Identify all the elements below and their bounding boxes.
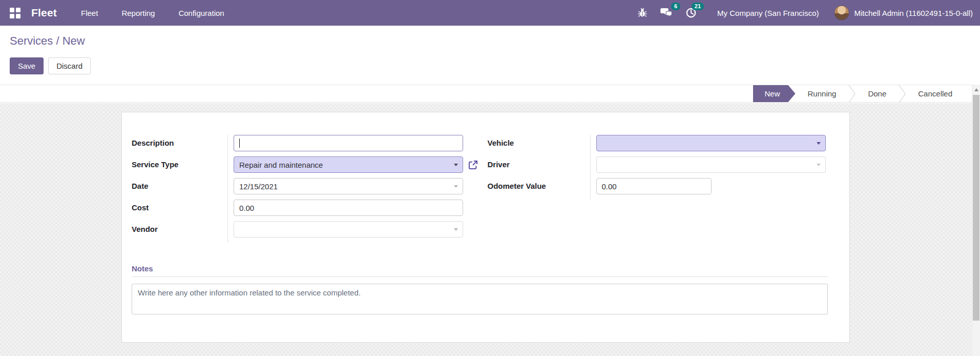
triangle-up-icon <box>974 88 978 91</box>
breadcrumb: Services / New <box>10 34 85 48</box>
vendor-select[interactable] <box>234 221 463 238</box>
chevron-down-icon <box>454 228 458 231</box>
service-type-label: Service Type <box>132 156 227 178</box>
main-menu: Fleet Reporting Configuration <box>69 0 236 26</box>
apps-grid-square <box>16 14 20 18</box>
top-navbar: Fleet Fleet Reporting Configuration <box>0 0 980 26</box>
activities-clock-icon[interactable]: 21 <box>685 7 697 18</box>
statusbar-state-new[interactable]: New <box>753 85 796 102</box>
company-switcher[interactable]: My Company (San Francisco) <box>717 9 819 17</box>
service-type-select[interactable]: Repair and maintenance <box>234 156 463 173</box>
statusbar-state-done[interactable]: Done <box>856 85 899 102</box>
vendor-label: Vendor <box>132 221 227 243</box>
notes-textarea[interactable] <box>132 284 828 314</box>
cost-input[interactable]: 0.00 <box>234 200 463 216</box>
debug-bug-icon[interactable] <box>637 8 648 18</box>
date-input[interactable]: 12/15/2021 <box>234 178 463 194</box>
apps-menu-icon[interactable] <box>10 8 20 18</box>
chevron-down-icon <box>817 164 821 166</box>
vertical-scrollbar[interactable] <box>972 85 980 356</box>
save-button[interactable]: Save <box>10 57 44 74</box>
systray: 6 21 My Company (San Francisco) Mitchell… <box>637 5 980 21</box>
right-field-group: Vehicle Driver Odometer Value <box>480 135 828 243</box>
statusbar: New Running Done Cancelled <box>0 85 972 103</box>
breadcrumb-services[interactable]: Services <box>10 34 53 47</box>
statusbar-chevron-icon <box>899 85 906 103</box>
breadcrumb-current: New <box>62 34 85 47</box>
statusbar-state-running[interactable]: Running <box>796 85 849 102</box>
driver-label: Driver <box>488 156 590 178</box>
form-view-background: Description Service Type Repair and main… <box>0 103 980 356</box>
control-panel: Services / New Save Discard <box>0 26 980 85</box>
odometer-input[interactable]: 0.00 <box>596 178 712 194</box>
menu-configuration[interactable]: Configuration <box>166 0 236 26</box>
menu-fleet[interactable]: Fleet <box>69 0 110 26</box>
scrollbar-up-button[interactable] <box>972 85 980 94</box>
service-type-value: Repair and maintenance <box>239 161 323 169</box>
notes-section: Notes <box>132 264 828 317</box>
messages-count-badge: 6 <box>671 3 680 10</box>
breadcrumb-separator: / <box>53 34 62 47</box>
activities-count-badge: 21 <box>692 3 704 10</box>
odometer-label: Odometer Value <box>488 178 590 200</box>
vehicle-select[interactable] <box>596 135 826 151</box>
app-brand[interactable]: Fleet <box>31 7 57 19</box>
left-field-group: Description Service Type Repair and main… <box>132 135 480 243</box>
description-label: Description <box>132 135 227 156</box>
cost-value: 0.00 <box>239 204 254 212</box>
chevron-down-icon <box>454 164 458 166</box>
statusbar-chevron-icon <box>848 85 856 103</box>
driver-select[interactable] <box>596 156 826 173</box>
menu-reporting[interactable]: Reporting <box>110 0 166 26</box>
chevron-down-icon <box>454 185 458 188</box>
vehicle-label: Vehicle <box>488 135 590 156</box>
odometer-value: 0.00 <box>602 182 617 191</box>
apps-grid-square <box>16 8 20 12</box>
chevron-down-icon <box>817 142 821 145</box>
apps-grid-square <box>10 8 14 12</box>
date-label: Date <box>132 178 227 200</box>
statusbar-state-cancelled[interactable]: Cancelled <box>906 85 965 102</box>
scrollbar-thumb[interactable] <box>973 95 979 321</box>
cost-label: Cost <box>132 200 227 221</box>
user-avatar[interactable] <box>834 5 849 21</box>
form-sheet: Description Service Type Repair and main… <box>121 112 850 343</box>
external-link-icon[interactable] <box>468 160 478 170</box>
date-value: 12/15/2021 <box>239 182 278 191</box>
action-buttons: Save Discard <box>10 57 91 74</box>
discard-button[interactable]: Discard <box>48 57 91 74</box>
field-groups: Description Service Type Repair and main… <box>132 135 828 243</box>
description-input[interactable] <box>234 135 463 151</box>
apps-grid-square <box>10 14 14 18</box>
user-menu[interactable]: Mitchell Admin (11602491-15-0-all) <box>854 9 973 17</box>
notes-title: Notes <box>132 264 828 273</box>
messages-icon[interactable]: 6 <box>660 7 673 18</box>
notes-divider <box>132 276 828 277</box>
text-cursor <box>239 139 240 148</box>
